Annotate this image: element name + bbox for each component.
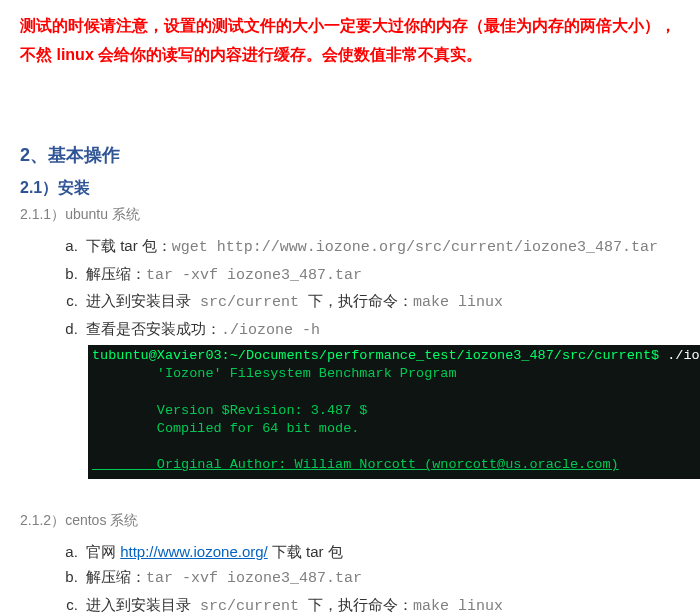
step-text: 进入到安装目录 [86,292,191,309]
step-text: 下载 tar 包： [86,237,172,254]
iozone-link[interactable]: http://www.iozone.org/ [120,543,268,560]
warning-note: 测试的时候请注意，设置的测试文件的大小一定要大过你的内存（最佳为内存的两倍大小）… [20,12,680,70]
terminal-line [92,385,100,400]
terminal-line: 'Iozone' Filesystem Benchmark Program [92,366,457,381]
step-text: 解压缩： [86,568,146,585]
step-text: 查看是否安装成功： [86,320,221,337]
subheading-centos: 2.1.2）centos 系统 [20,509,680,533]
step-text: 官网 [86,543,120,560]
step-cmd: wget http://www.iozone.org/src/current/i… [172,239,658,256]
heading-basic-ops: 2、基本操作 [20,140,680,171]
subheading-ubuntu: 2.1.1）ubuntu 系统 [20,203,680,227]
centos-step-b: 解压缩：tar -xvf iozone3_487.tar [82,564,680,592]
terminal-line: Version $Revision: 3.487 $ [92,403,367,418]
step-text: 下载 tar 包 [268,543,343,560]
step-text: 进入到安装目录 [86,596,191,613]
terminal-prompt: tubuntu@Xavier03:~/Documents/performance… [92,348,659,363]
ubuntu-step-d: 查看是否安装成功：./iozone -h tubuntu@Xavier03:~/… [82,316,680,479]
centos-step-a: 官网 http://www.iozone.org/ 下载 tar 包 [82,539,680,565]
terminal-line: Compiled for 64 bit mode. [92,421,359,436]
terminal-output-ubuntu: tubuntu@Xavier03:~/Documents/performance… [88,345,700,479]
step-text: 下，执行命令： [308,292,413,309]
ubuntu-steps: 下载 tar 包：wget http://www.iozone.org/src/… [20,233,680,479]
step-cmd: make linux [413,598,503,615]
heading-install: 2.1）安装 [20,174,680,201]
centos-steps: 官网 http://www.iozone.org/ 下载 tar 包 解压缩：t… [20,539,680,615]
step-text: 解压缩： [86,265,146,282]
step-text: 下，执行命令： [308,596,413,613]
terminal-line [92,439,100,454]
terminal-line: Original Author: William Norcott (wnorco… [92,457,619,472]
ubuntu-step-a: 下载 tar 包：wget http://www.iozone.org/src/… [82,233,680,261]
step-cmd: make linux [413,294,503,311]
terminal-typed: ./iozone -v [659,348,700,363]
step-cmd: src/current [191,598,308,615]
ubuntu-step-c: 进入到安装目录 src/current 下，执行命令：make linux [82,288,680,316]
ubuntu-step-b: 解压缩：tar -xvf iozone3_487.tar [82,261,680,289]
step-cmd: src/current [191,294,308,311]
step-cmd: tar -xvf iozone3_487.tar [146,267,362,284]
centos-step-c: 进入到安装目录 src/current 下，执行命令：make linux [82,592,680,615]
step-cmd: ./iozone -h [221,322,320,339]
step-cmd: tar -xvf iozone3_487.tar [146,570,362,587]
